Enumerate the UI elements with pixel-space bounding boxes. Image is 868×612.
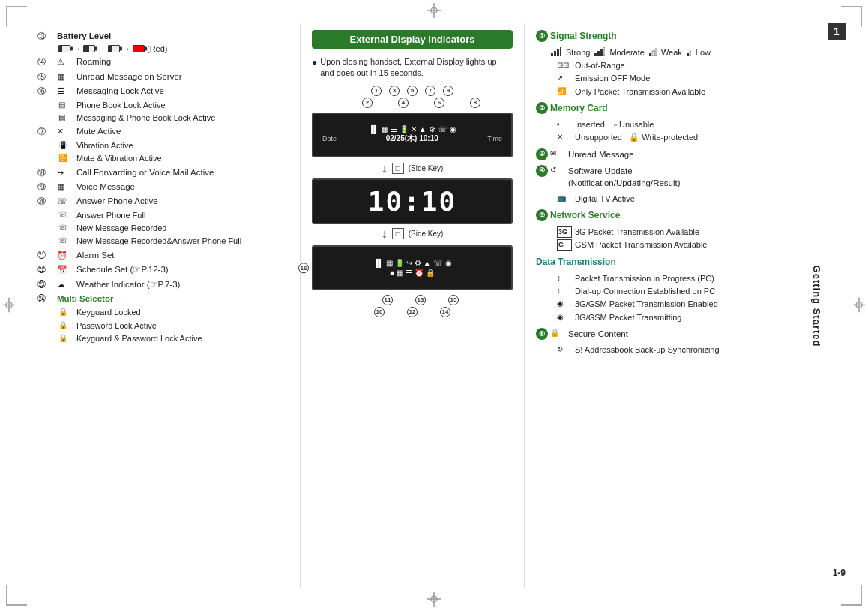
date-value: 02/25(木) 10:10 — [386, 134, 438, 144]
memory-card-heading: Memory Card — [550, 102, 608, 115]
emission-off-icon: ↗ — [557, 73, 572, 83]
numbered-row-bottom1: 11 13 15 — [312, 295, 513, 305]
phone-icon-lock: ☰ — [391, 125, 397, 134]
num-10: 10 — [374, 307, 385, 317]
bicon8: ◉ — [445, 259, 452, 267]
bicon1: ▐▌ — [373, 259, 383, 267]
digital-tv-label: Digital TV Active — [575, 194, 635, 205]
right-column: ① Signal Strength Strong Moderate Weak L… — [525, 22, 846, 590]
network-service-heading: Network Service — [550, 209, 620, 222]
weather-icon: ☁ — [57, 279, 73, 290]
call-forwarding-icon: ↪ — [57, 167, 73, 178]
svg-rect-15 — [560, 47, 561, 56]
phone-date-row: Date — 02/25(木) 10:10 — Time — [319, 134, 505, 144]
num-6: 6 — [434, 98, 444, 108]
num-8: 8 — [470, 98, 480, 108]
password-lock-label: Password Lock Active — [76, 320, 157, 332]
phone-icons: ▐▌ ▦ ☰ 🔋 ✕ ▲ ⚙ ☏ ◉ — [368, 125, 456, 134]
bicon13: 🔒 — [426, 268, 435, 277]
digital-tv-icon: 📺 — [557, 194, 572, 204]
left-column: ⑬ Battery Level → → → (Red) ⑭ ⚠ Roaming … — [22, 22, 300, 590]
call-forwarding-label: Call Forwarding or Voice Mail Active — [76, 166, 214, 178]
side-key-row-1: ↓ □ (Side Key) — [312, 162, 513, 176]
battery-icon-red — [133, 45, 145, 52]
time-value: 10:10 — [368, 186, 456, 217]
side-key-label-2: □ — [392, 228, 404, 239]
circle-num-1: ① — [536, 30, 548, 42]
3g-packet-label: 3G Packet Transmission Available — [575, 226, 699, 238]
messaging-lock-item: ⑯ ☰ Messaging Lock Active — [37, 85, 292, 97]
roaming-label: Roaming — [76, 56, 111, 68]
unread-message-heading: Unread Message — [568, 148, 634, 160]
arrow-3: → — [122, 44, 130, 53]
signal-low-label: Low — [696, 48, 711, 57]
unread-message-icon: ✉ — [550, 148, 565, 159]
gsm-icon: G — [557, 239, 572, 250]
messaging-phonebook-label: Messaging & Phone Book Lock Active — [76, 112, 215, 124]
messaging-phonebook-icon: ▤ — [58, 112, 73, 123]
out-of-range-icon: ⊡⊡ — [557, 60, 572, 70]
3g-gsm-transmitting-label: 3G/GSM Packet Transmitting — [575, 312, 681, 323]
messaging-lock-label: Messaging Lock Active — [76, 85, 164, 97]
new-message-answer-icon: ☏ — [58, 236, 73, 246]
svg-rect-21 — [652, 51, 654, 56]
secure-icon: 🔒 — [550, 328, 565, 338]
out-of-range-item: ⊡⊡ Out-of-Range — [536, 60, 834, 71]
inserted-item: ▪ Inserted ▫ Unusable — [536, 119, 834, 130]
mute-vibration-icon: 📴 — [58, 153, 73, 164]
arrow-down-1: ↓ — [382, 162, 388, 176]
multi-selector-item: ㉔ Multi Selector — [37, 292, 292, 304]
num-7: 7 — [425, 86, 435, 96]
mute-active-item: ⑰ ✕ Mute Active — [37, 125, 292, 137]
roaming-item: ⑭ ⚠ Roaming — [37, 56, 292, 68]
middle-column: External Display Indicators ● Upon closi… — [300, 22, 525, 590]
messaging-lock-icon: ☰ — [57, 86, 73, 97]
network-service-section: ⑤ Network Service — [536, 209, 834, 222]
digital-tv-item: 📺 Digital TV Active — [536, 194, 834, 205]
multi-selector-label: Multi Selector — [57, 292, 113, 304]
software-update-icon: ↺ — [550, 165, 565, 176]
item-num-15: ⑮ — [37, 71, 54, 82]
packet-only-icon: 📶 — [557, 86, 572, 97]
unread-server-label: Unread Message on Server — [76, 70, 182, 82]
mute-vibration-item: 📴 Mute & Vibration Active — [37, 153, 292, 164]
dialup-label: Dial-up Connection Established on PC — [575, 286, 715, 297]
3g-gsm-enabled-item: ◉ 3G/GSM Packet Transmission Enabled — [536, 298, 834, 310]
circle-num-6: ⑥ — [536, 328, 548, 340]
num-11: 11 — [382, 295, 393, 305]
phone-icon-battery: 🔋 — [400, 125, 409, 134]
bicon3: 🔋 — [395, 259, 404, 267]
roaming-icon: ⚠ — [57, 56, 73, 68]
bottom-display-wrapper: 16 ▐▌ ▦ 🔋 ↪ ⚙ ▲ ☏ ◉ ■ ▦ ☰ ⏰ — [312, 245, 513, 290]
svg-rect-12 — [551, 53, 553, 56]
item-num-24: ㉔ — [37, 293, 54, 304]
bullet: ● — [312, 56, 317, 69]
bicon4: ↪ — [406, 259, 412, 267]
keyguard-password-label: Keyguard & Password Lock Active — [76, 333, 202, 344]
new-message-icon: ☏ — [58, 223, 73, 233]
num-1: 1 — [371, 86, 382, 96]
unsupported-icon: ✕ — [557, 132, 572, 142]
crosshair-top — [427, 3, 441, 20]
alarm-set-item: ㉑ ⏰ Alarm Set — [37, 249, 292, 261]
call-forwarding-item: ⑱ ↪ Call Forwarding or Voice Mail Active — [37, 166, 292, 178]
signal-strength-section: ① Signal Strength — [536, 30, 834, 43]
3g-gsm-enabled-icon: ◉ — [557, 298, 572, 309]
signal-weak-label: Weak — [661, 48, 682, 57]
write-protected-icon: 🔒 — [629, 133, 639, 142]
num-12: 12 — [407, 307, 418, 317]
3g-packet-item: 3G 3G Packet Transmission Available — [536, 226, 834, 238]
answer-phone-item: ⑳ ☏ Answer Phone Active — [37, 195, 292, 207]
3g-gsm-transmitting-icon: ◉ — [557, 312, 572, 322]
item-num-16: ⑯ — [37, 86, 54, 97]
gsm-packet-item: G GSM Packet Transmission Available — [536, 239, 834, 250]
phone-icons-bottom2: ■ ▦ ☰ ⏰ 🔒 — [390, 268, 435, 277]
keyguard-password-item: 🔒 Keyguard & Password Lock Active — [37, 333, 292, 344]
svg-rect-18 — [600, 49, 603, 56]
bicon7: ☏ — [433, 259, 443, 267]
out-of-range-label: Out-of-Range — [575, 60, 625, 71]
inserted-icon: ▪ — [557, 119, 572, 130]
packet-progress-label: Packet Transmission in Progress (PC) — [575, 273, 714, 284]
numbered-row-bottom2: 10 12 14 — [312, 307, 513, 317]
signal-strong-icon — [551, 47, 561, 58]
